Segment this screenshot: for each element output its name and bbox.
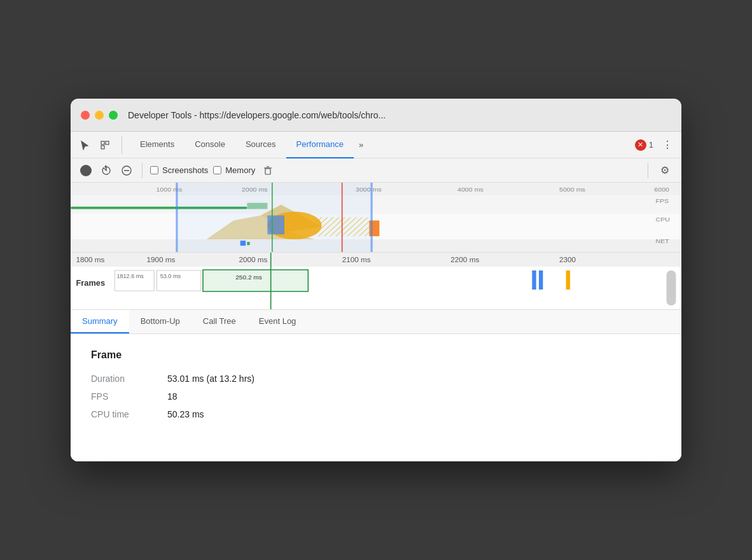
cpu-time-value: 50.23 ms: [167, 409, 204, 419]
devtools-window: Developer Tools - https://developers.goo…: [71, 99, 681, 461]
performance-toolbar: Screenshots Memory ⚙: [71, 158, 681, 183]
svg-text:6000: 6000: [654, 186, 669, 193]
svg-rect-27: [71, 239, 681, 252]
duration-value: 53.01 ms (at 13.2 hrs): [167, 374, 254, 384]
trash-button[interactable]: [260, 163, 275, 178]
svg-text:2100 ms: 2100 ms: [342, 256, 371, 263]
tab-elements[interactable]: Elements: [130, 132, 185, 158]
tab-icons: [76, 136, 122, 154]
summary-row-fps: FPS 18: [91, 391, 661, 402]
memory-label: Memory: [225, 165, 255, 175]
trash-icon: [263, 165, 273, 176]
summary-content: Frame Duration 53.01 ms (at 13.2 hrs) FP…: [71, 334, 681, 461]
svg-text:1800 ms: 1800 ms: [76, 256, 105, 263]
menu-button[interactable]: ⋮: [658, 136, 676, 154]
settings-button[interactable]: ⚙: [656, 162, 674, 179]
duration-label: Duration: [91, 374, 167, 384]
tab-console[interactable]: Console: [185, 132, 235, 158]
close-button[interactable]: [81, 111, 90, 120]
error-count: 1: [649, 140, 653, 150]
detail-timeline[interactable]: 1800 ms 1900 ms 2000 ms 2100 ms 2200 ms …: [71, 253, 681, 310]
svg-rect-58: [667, 270, 676, 305]
record-icon: [80, 165, 92, 176]
record-button[interactable]: [78, 163, 94, 178]
toolbar-divider-1: [142, 163, 143, 178]
memory-checkbox-label[interactable]: Memory: [213, 165, 255, 175]
overview-timeline[interactable]: 1000 ms 2000 ms 3000 ms 4000 ms 5000 ms …: [71, 183, 681, 253]
inspect-icon[interactable]: [96, 136, 114, 154]
overview-svg: 1000 ms 2000 ms 3000 ms 4000 ms 5000 ms …: [71, 183, 681, 252]
clear-icon: [121, 165, 132, 176]
svg-rect-0: [101, 141, 104, 144]
cursor-icon[interactable]: [76, 136, 94, 154]
toolbar-divider-2: [648, 163, 648, 178]
bottom-panel: Summary Bottom-Up Call Tree Event Log Fr…: [71, 310, 681, 461]
reload-record-button[interactable]: [99, 163, 114, 178]
svg-rect-34: [370, 183, 372, 252]
detail-timeline-svg: 1800 ms 1900 ms 2000 ms 2100 ms 2200 ms …: [71, 253, 681, 310]
svg-text:2200 ms: 2200 ms: [450, 256, 479, 263]
svg-rect-57: [566, 270, 570, 290]
svg-text:1900 ms: 1900 ms: [146, 256, 175, 263]
svg-rect-5: [265, 169, 270, 174]
tab-call-tree[interactable]: Call Tree: [191, 310, 247, 333]
tab-summary[interactable]: Summary: [71, 310, 129, 333]
svg-text:FPS: FPS: [655, 197, 669, 204]
tab-more-button[interactable]: »: [354, 140, 368, 150]
error-icon: ✕: [635, 139, 646, 151]
fps-label: FPS: [91, 391, 167, 402]
svg-text:53.0 ms: 53.0 ms: [160, 273, 181, 279]
analysis-tabs: Summary Bottom-Up Call Tree Event Log: [71, 310, 681, 334]
tab-bottom-up[interactable]: Bottom-Up: [129, 310, 191, 333]
svg-rect-52: [203, 270, 308, 291]
memory-checkbox[interactable]: [213, 166, 221, 174]
window-title: Developer Tools - https://developers.goo…: [128, 110, 386, 120]
svg-rect-33: [176, 183, 178, 252]
svg-rect-55: [532, 270, 536, 290]
tab-performance[interactable]: Performance: [286, 132, 354, 158]
svg-text:4000 ms: 4000 ms: [457, 186, 484, 193]
screenshots-label: Screenshots: [162, 165, 208, 175]
screenshots-checkbox-label[interactable]: Screenshots: [150, 165, 208, 175]
svg-text:Frames: Frames: [76, 279, 106, 288]
summary-row-cpu: CPU time 50.23 ms: [91, 409, 661, 419]
traffic-lights: [81, 111, 118, 120]
reload-icon: [101, 165, 112, 176]
svg-text:5000 ms: 5000 ms: [559, 186, 585, 193]
error-badge-area: ✕ 1: [635, 139, 653, 151]
svg-text:NET: NET: [655, 237, 669, 244]
cpu-time-label: CPU time: [91, 409, 167, 419]
svg-rect-1: [106, 141, 109, 144]
tab-sources[interactable]: Sources: [235, 132, 286, 158]
summary-row-duration: Duration 53.01 ms (at 13.2 hrs): [91, 374, 661, 384]
svg-rect-16: [71, 195, 681, 214]
clear-button[interactable]: [119, 163, 134, 178]
devtools-tabs-bar: Elements Console Sources Performance » ✕…: [71, 132, 681, 158]
svg-rect-2: [101, 146, 104, 149]
screenshots-checkbox[interactable]: [150, 166, 158, 174]
svg-text:2000 ms: 2000 ms: [239, 256, 268, 263]
fps-value: 18: [167, 391, 178, 402]
summary-section-title: Frame: [91, 349, 661, 361]
svg-rect-30: [176, 183, 372, 252]
svg-text:1812.6 ms: 1812.6 ms: [117, 273, 144, 279]
svg-text:2300: 2300: [559, 256, 576, 263]
maximize-button[interactable]: [109, 111, 118, 120]
devtools-content: Elements Console Sources Performance » ✕…: [71, 132, 681, 461]
svg-text:CPU: CPU: [655, 216, 670, 223]
svg-text:250.2 ms: 250.2 ms: [235, 274, 262, 281]
tab-event-log[interactable]: Event Log: [247, 310, 308, 333]
titlebar: Developer Tools - https://developers.goo…: [71, 99, 681, 132]
svg-rect-56: [539, 270, 543, 290]
minimize-button[interactable]: [95, 111, 104, 120]
